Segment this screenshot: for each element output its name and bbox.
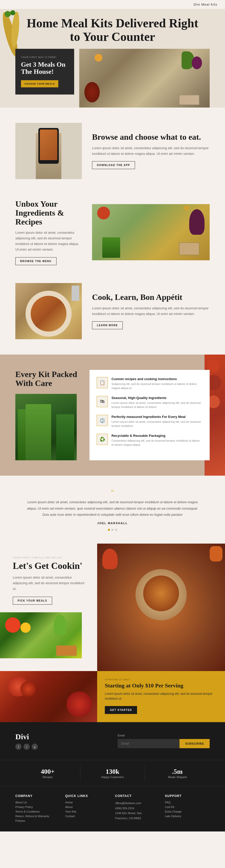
footer-email-label: Email (118, 734, 210, 737)
packed-veg-image (15, 394, 77, 460)
testimonial-author: JOEL MARSHALL (26, 522, 199, 525)
footer-brand: Divi (15, 732, 38, 741)
navbar: Divi Meal Kits (0, 0, 225, 9)
lets-cook-section: YOUR FIRST 3 MEALS ARE ON US! Let's Get … (0, 544, 225, 671)
cook-title: Cook, Learn, Bon Appétit (92, 293, 210, 302)
footer-link-home[interactable]: Home (65, 801, 110, 804)
stat-meals-label: Meals Shipped (147, 776, 207, 779)
lets-cook-text: YOUR FIRST 3 MEALS ARE ON US! Let's Get … (0, 544, 97, 671)
download-app-button[interactable]: DOWNLOAD THE APP (92, 161, 135, 169)
pinterest-icon[interactable]: p (32, 744, 38, 750)
lets-cook-bottom-image (0, 612, 82, 658)
svg-point-3 (10, 10, 15, 15)
browse-text-block: Browse and choose what to eat. Lorem ips… (92, 132, 210, 169)
dot-1 (108, 529, 110, 531)
footer-col-company-title: COMPANY (15, 794, 60, 798)
footer-brand-col: Divi f t p (15, 732, 38, 750)
stat-customers-label: Happy Customers (83, 776, 142, 779)
packed-title: Every Kit Packed With Care (15, 370, 82, 388)
starting-desc: Lorem ipsum dolor sit amet, consectetur … (105, 691, 217, 701)
starting-image (0, 671, 97, 722)
lets-cook-small-text: YOUR FIRST 3 MEALS ARE ON US! (13, 556, 84, 559)
packed-features: 📋 Custom recipes and cooking instruction… (89, 370, 210, 460)
feature-item-2: 🛍 Seasonal, High-Quality Ingredients Lor… (97, 396, 202, 409)
starting-section: STARTING AT ONLY Starting at Only $10 Pe… (0, 671, 225, 722)
footer-link-policies[interactable]: Policies (15, 819, 60, 822)
footer-link-return[interactable]: Return, Refund & Warranty (15, 815, 60, 818)
choose-meals-button[interactable]: CHOOSE YOUR MEALS (21, 80, 58, 87)
feature-icon-1: 📋 (97, 377, 108, 388)
footer-email-input[interactable] (118, 739, 179, 748)
footer-link-about-us[interactable]: About Us (15, 801, 60, 804)
packed-left: Every Kit Packed With Care (15, 370, 82, 460)
starting-title: Starting at Only $10 Per Serving (105, 682, 217, 689)
footer-col-quicklinks-title: QUICK LINKS (65, 794, 110, 798)
footer-social: f t p (15, 744, 38, 750)
browse-desc: Lorem ipsum dolor sit amet, consectetur … (92, 145, 210, 157)
stat-recipes-number: 400+ (18, 768, 78, 776)
hero-title: Home Meal Kits Delivered Right to Your C… (15, 17, 210, 49)
lets-cook-desc: Lorem ipsum dolor sit amet, consectetur … (13, 575, 84, 592)
twitter-icon[interactable]: t (24, 744, 30, 750)
packed-section: Every Kit Packed With Care 📋 Custom reci… (0, 354, 225, 476)
footer-col-quicklinks: QUICK LINKS Home About Your Kits Contact (65, 794, 110, 824)
footer-col-contact-title: CONTACT (115, 794, 160, 798)
feature-desc-2: Lorem ipsum dolor sit amet, consectetur … (111, 401, 202, 409)
starting-box: STARTING AT ONLY Starting at Only $10 Pe… (97, 671, 225, 722)
footer-stats: 400+ Recipes 130k Happy Customers .5m Me… (0, 760, 225, 786)
stat-customers: 130k Happy Customers (80, 765, 145, 781)
feature-icon-4: ♻️ (97, 434, 108, 445)
testimonial-quote: Lorem ipsum dolor sit amet, consectetur … (26, 499, 199, 518)
unbox-section: Unbox Your Ingredients & Recipes Lorem i… (0, 194, 225, 278)
footer-link-terms[interactable]: Terms & Conditions (15, 810, 60, 813)
pick-meals-button[interactable]: PICK YOUR MEALS (13, 597, 52, 604)
footer-link-privacy[interactable]: Privacy Policy (15, 805, 60, 808)
starting-small-text: STARTING AT ONLY (105, 678, 217, 681)
stat-recipes: 400+ Recipes (15, 765, 80, 781)
promo-title: Get 3 Meals On The House! (21, 61, 68, 75)
svg-point-2 (5, 11, 11, 17)
footer-link-lost-kit[interactable]: Lost Kit (165, 805, 210, 808)
unbox-title: Unbox Your Ingredients & Recipes (15, 199, 82, 226)
subscribe-button[interactable]: SUBSCRIBE (179, 739, 210, 748)
browse-menu-button[interactable]: BROWSE THE MENU (15, 257, 57, 265)
hero-promo-box: YOUR FIRST BOX IS FREE! Get 3 Meals On T… (15, 49, 74, 94)
footer-link-late-delivery[interactable]: Late Delivery (165, 815, 210, 818)
browse-image (15, 123, 82, 179)
unbox-text-block: Unbox Your Ingredients & Recipes Lorem i… (15, 199, 82, 265)
facebook-icon[interactable]: f (15, 744, 22, 750)
hero-section: Home Meal Kits Delivered Right to Your C… (0, 9, 225, 107)
stat-customers-number: 130k (83, 768, 142, 776)
feature-item-3: ⚖️ Perfectly measured Ingredients For Ev… (97, 415, 202, 428)
footer-col-support-title: SUPPORT (165, 794, 210, 798)
quote-mark: " (26, 488, 199, 497)
cook-image (15, 283, 82, 339)
footer-contact-info: office@divistore.com (456) 555-2314 1246… (115, 801, 160, 821)
footer-link-your-kits[interactable]: Your Kits (65, 810, 110, 813)
promo-small-text: YOUR FIRST BOX IS FREE! (21, 56, 68, 59)
cook-section: Cook, Learn, Bon Appétit Lorem ipsum dol… (0, 278, 225, 354)
feature-desc-4: Consectetur adipiscing elit, sed do eius… (111, 439, 202, 447)
feature-desc-3: Lorem ipsum dolor sit amet, consectetur … (111, 420, 202, 428)
footer-col-support: SUPPORT FAQ Lost Kit Extra Charge Late D… (165, 794, 210, 824)
unbox-desc: Lorem ipsum dolor sit amet, consectetur … (15, 230, 82, 252)
feature-item-1: 📋 Custom recipes and cooking instruction… (97, 377, 202, 390)
footer-link-extra-charge[interactable]: Extra Charge (165, 810, 210, 813)
feature-title-1: Custom recipes and cooking instructions (111, 377, 202, 381)
feature-icon-2: 🛍 (97, 396, 108, 407)
footer: Divi f t p Email SUBSCRIBE 400+ Recipes … (0, 722, 225, 832)
footer-email-col: Email SUBSCRIBE (118, 734, 210, 748)
footer-link-about[interactable]: About (65, 805, 110, 808)
footer-col-company: COMPANY About Us Privacy Policy Terms & … (15, 794, 60, 824)
testimonial-dots (26, 529, 199, 531)
browse-title: Browse and choose what to eat. (92, 132, 210, 142)
cook-desc: Lorem ipsum dolor sit amet, consectetur … (92, 306, 210, 317)
footer-link-contact[interactable]: Contact (65, 815, 110, 818)
learn-more-button[interactable]: LEARN MORE (92, 321, 123, 329)
lets-cook-title: Let's Get Cookin' (13, 561, 84, 571)
get-started-button[interactable]: GET STARTED (105, 706, 137, 714)
hero-food-image (79, 49, 210, 107)
unbox-image (92, 204, 210, 260)
testimonial-section: " Lorem ipsum dolor sit amet, consectetu… (0, 476, 225, 544)
footer-link-faq[interactable]: FAQ (165, 801, 210, 804)
